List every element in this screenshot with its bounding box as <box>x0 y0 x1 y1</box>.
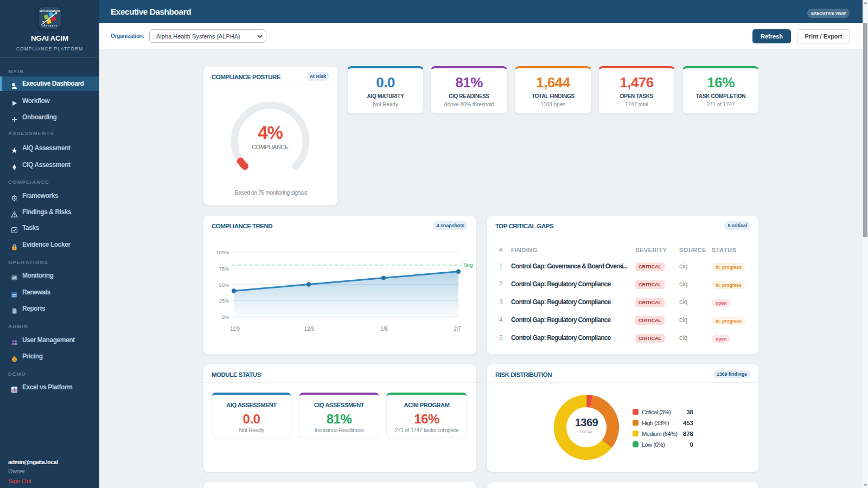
svg-text:100%: 100% <box>216 249 229 255</box>
svg-text:SOFTWARE: SOFTWARE <box>42 25 58 27</box>
svg-text:75%: 75% <box>219 266 229 272</box>
svg-text:12/9: 12/9 <box>304 326 315 332</box>
svg-text:0%: 0% <box>222 314 229 320</box>
svg-text:11/9: 11/9 <box>230 326 240 332</box>
svg-text:4%: 4% <box>258 123 283 143</box>
svg-text:COMPLIANCE: COMPLIANCE <box>252 144 289 150</box>
svg-text:TOTAL: TOTAL <box>579 429 594 434</box>
svg-text:NEXT-GENERATIONS: NEXT-GENERATIONS <box>40 10 60 12</box>
svg-text:50%: 50% <box>219 282 229 288</box>
svg-text:1369: 1369 <box>575 416 598 428</box>
svg-text:25%: 25% <box>219 298 229 304</box>
svg-text:Targ: Targ <box>463 262 473 268</box>
svg-text:1/8: 1/8 <box>380 326 388 332</box>
svg-text:2/7: 2/7 <box>454 326 461 332</box>
